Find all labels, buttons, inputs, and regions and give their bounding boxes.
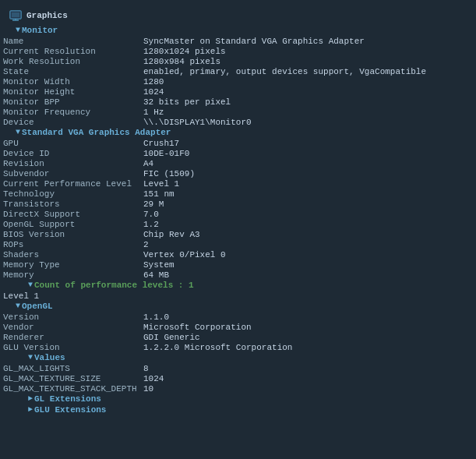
values-node[interactable]: ▼ Values xyxy=(3,352,473,363)
prop-current-resolution: Current Resolution 1280x1024 pixels xyxy=(3,46,473,56)
prop-subvendor: Subvendor FIC (1509) xyxy=(3,168,473,178)
prop-ogl-vendor: Vendor Microsoft Corporation xyxy=(3,322,473,332)
prop-monitor-bpp: Monitor BPP 32 bits per pixel xyxy=(3,97,473,107)
values-label: Values xyxy=(34,353,65,362)
prop-directx: DirectX Support 7.0 xyxy=(3,209,473,219)
prop-monitor-frequency: Monitor Frequency 1 Hz xyxy=(3,107,473,117)
prop-monitor-height: Monitor Height 1024 xyxy=(3,87,473,97)
prop-name: Name SyncMaster on Standard VGA Graphics… xyxy=(3,36,473,46)
graphics-icon xyxy=(9,9,22,22)
prop-technology: Technology 151 nm xyxy=(3,189,473,199)
count-perf-arrow[interactable]: ▼ xyxy=(28,281,33,289)
prop-monitor-width: Monitor Width 1280 xyxy=(3,76,473,87)
adapter-properties: GPU Crush17 Device ID 10DE-01F0 Revision… xyxy=(3,138,473,280)
opengl-node[interactable]: ▼ OpenGL xyxy=(3,301,473,312)
gl-extensions-node[interactable]: ► GL Extensions xyxy=(3,394,473,404)
monitor-node[interactable]: ▼ Monitor xyxy=(3,25,473,36)
monitor-collapse-arrow[interactable]: ▼ xyxy=(16,26,20,34)
svg-rect-4 xyxy=(12,12,19,17)
prop-memory-type: Memory Type System xyxy=(3,260,473,270)
opengl-properties: Version 1.1.0 Vendor Microsoft Corporati… xyxy=(3,312,473,352)
level-item: Level 1 xyxy=(3,291,473,301)
prop-performance-level: Current Performance Level Level 1 xyxy=(3,178,473,189)
monitor-properties: Name SyncMaster on Standard VGA Graphics… xyxy=(3,36,473,127)
prop-gl-max-texture-stack: GL_MAX_TEXTURE_STACK_DEPTH 10 xyxy=(3,383,473,394)
graphics-title: Graphics xyxy=(26,11,68,20)
monitor-label: Monitor xyxy=(22,26,58,35)
glu-ext-arrow[interactable]: ► xyxy=(28,405,33,414)
prop-shaders: Shaders Vertex 0/Pixel 0 xyxy=(3,249,473,260)
adapter-node[interactable]: ▼ Standard VGA Graphics Adapter xyxy=(3,127,473,138)
glu-extensions-node[interactable]: ► GLU Extensions xyxy=(3,404,473,415)
opengl-collapse-arrow[interactable]: ▼ xyxy=(16,302,20,310)
prop-bios-version: BIOS Version Chip Rev A3 xyxy=(3,229,473,239)
prop-revision: Revision A4 xyxy=(3,158,473,168)
prop-ogl-renderer: Renderer GDI Generic xyxy=(3,332,473,342)
prop-device: Device \\.\DISPLAY1\Monitor0 xyxy=(3,117,473,127)
gl-extensions-label: GL Extensions xyxy=(34,394,101,404)
gl-ext-arrow[interactable]: ► xyxy=(28,394,33,403)
graphics-header: Graphics xyxy=(3,6,473,25)
values-arrow[interactable]: ▼ xyxy=(28,353,33,362)
prop-gl-max-texture-size: GL_MAX_TEXTURE_SIZE 1024 xyxy=(3,373,473,383)
count-perf-label: Count of performance levels : 1 xyxy=(34,281,194,290)
prop-ogl-version: Version 1.1.0 xyxy=(3,312,473,322)
prop-gpu: GPU Crush17 xyxy=(3,138,473,148)
glu-extensions-label: GLU Extensions xyxy=(34,405,106,415)
adapter-label: Standard VGA Graphics Adapter xyxy=(22,128,171,137)
tree-container: Graphics ▼ Monitor Name SyncMaster on St… xyxy=(0,0,476,422)
values-properties: GL_MAX_LIGHTS 8 GL_MAX_TEXTURE_SIZE 1024… xyxy=(3,363,473,394)
count-perf-node[interactable]: ▼ Count of performance levels : 1 xyxy=(3,280,473,291)
prop-opengl-support: OpenGL Support 1.2 xyxy=(3,219,473,229)
prop-memory: Memory 64 MB xyxy=(3,270,473,280)
adapter-collapse-arrow[interactable]: ▼ xyxy=(16,128,20,136)
prop-state: State enabled, primary, output devices s… xyxy=(3,66,473,76)
prop-device-id: Device ID 10DE-01F0 xyxy=(3,148,473,158)
prop-glu-version: GLU Version 1.2.2.0 Microsoft Corporatio… xyxy=(3,342,473,352)
prop-rops: ROPs 2 xyxy=(3,239,473,249)
prop-work-resolution: Work Resolution 1280x984 pixels xyxy=(3,56,473,66)
prop-transistors: Transistors 29 M xyxy=(3,199,473,209)
opengl-label: OpenGL xyxy=(22,302,53,311)
prop-gl-max-lights: GL_MAX_LIGHTS 8 xyxy=(3,363,473,373)
